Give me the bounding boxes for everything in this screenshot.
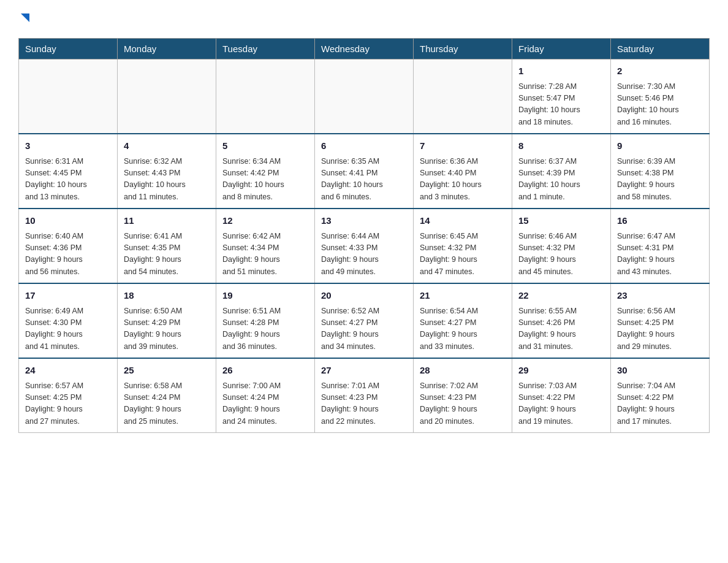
day-info: Sunrise: 6:49 AM Sunset: 4:30 PM Dayligh… [25, 305, 111, 353]
day-info: Sunrise: 6:52 AM Sunset: 4:27 PM Dayligh… [321, 305, 407, 353]
day-info: Sunrise: 6:47 AM Sunset: 4:31 PM Dayligh… [617, 231, 703, 278]
day-number: 28 [420, 364, 506, 378]
calendar-day-cell: 5Sunrise: 6:34 AM Sunset: 4:42 PM Daylig… [216, 134, 315, 209]
day-number: 9 [617, 139, 703, 153]
calendar-week-row: 17Sunrise: 6:49 AM Sunset: 4:30 PM Dayli… [19, 283, 710, 358]
calendar-header-thursday: Thursday [414, 39, 512, 59]
day-number: 22 [518, 289, 604, 303]
calendar-day-cell: 9Sunrise: 6:39 AM Sunset: 4:38 PM Daylig… [611, 134, 710, 209]
day-info: Sunrise: 6:44 AM Sunset: 4:33 PM Dayligh… [321, 231, 407, 278]
day-number: 24 [25, 364, 111, 378]
day-number: 18 [124, 289, 210, 303]
day-info: Sunrise: 6:32 AM Sunset: 4:43 PM Dayligh… [124, 156, 210, 204]
day-info: Sunrise: 6:45 AM Sunset: 4:32 PM Dayligh… [420, 231, 506, 278]
day-info: Sunrise: 6:46 AM Sunset: 4:32 PM Dayligh… [518, 231, 604, 278]
day-info: Sunrise: 6:58 AM Sunset: 4:24 PM Dayligh… [124, 380, 210, 428]
calendar-day-cell: 27Sunrise: 7:01 AM Sunset: 4:23 PM Dayli… [315, 358, 414, 433]
day-number: 1 [518, 64, 604, 79]
calendar-day-cell [414, 59, 512, 134]
calendar-day-cell [216, 59, 315, 134]
day-info: Sunrise: 6:56 AM Sunset: 4:25 PM Dayligh… [617, 305, 703, 353]
day-info: Sunrise: 6:40 AM Sunset: 4:36 PM Dayligh… [25, 231, 111, 278]
calendar-week-row: 3Sunrise: 6:31 AM Sunset: 4:45 PM Daylig… [19, 134, 710, 209]
calendar-day-cell: 7Sunrise: 6:36 AM Sunset: 4:40 PM Daylig… [414, 134, 512, 209]
day-number: 3 [25, 139, 111, 153]
calendar-day-cell: 11Sunrise: 6:41 AM Sunset: 4:35 PM Dayli… [118, 209, 216, 283]
day-info: Sunrise: 6:39 AM Sunset: 4:38 PM Dayligh… [617, 156, 703, 204]
calendar-day-cell: 4Sunrise: 6:32 AM Sunset: 4:43 PM Daylig… [118, 134, 216, 209]
calendar-day-cell: 12Sunrise: 6:42 AM Sunset: 4:34 PM Dayli… [216, 209, 315, 283]
day-info: Sunrise: 6:35 AM Sunset: 4:41 PM Dayligh… [321, 156, 407, 204]
calendar-day-cell: 10Sunrise: 6:40 AM Sunset: 4:36 PM Dayli… [19, 209, 118, 283]
calendar-day-cell: 22Sunrise: 6:55 AM Sunset: 4:26 PM Dayli… [512, 283, 611, 358]
calendar-day-cell: 8Sunrise: 6:37 AM Sunset: 4:39 PM Daylig… [512, 134, 611, 209]
day-number: 10 [25, 214, 111, 228]
logo-triangle-icon [20, 12, 31, 23]
day-info: Sunrise: 6:41 AM Sunset: 4:35 PM Dayligh… [124, 231, 210, 278]
calendar-day-cell: 16Sunrise: 6:47 AM Sunset: 4:31 PM Dayli… [611, 209, 710, 283]
calendar-day-cell: 3Sunrise: 6:31 AM Sunset: 4:45 PM Daylig… [19, 134, 118, 209]
calendar-day-cell: 28Sunrise: 7:02 AM Sunset: 4:23 PM Dayli… [414, 358, 512, 433]
day-info: Sunrise: 7:30 AM Sunset: 5:46 PM Dayligh… [617, 81, 703, 129]
calendar-day-cell [19, 59, 118, 134]
day-number: 21 [420, 289, 506, 303]
calendar-day-cell: 20Sunrise: 6:52 AM Sunset: 4:27 PM Dayli… [315, 283, 414, 358]
day-number: 23 [617, 289, 703, 303]
day-info: Sunrise: 6:37 AM Sunset: 4:39 PM Dayligh… [518, 156, 604, 204]
calendar-day-cell: 2Sunrise: 7:30 AM Sunset: 5:46 PM Daylig… [611, 59, 710, 134]
calendar-day-cell: 19Sunrise: 6:51 AM Sunset: 4:28 PM Dayli… [216, 283, 315, 358]
calendar-day-cell: 1Sunrise: 7:28 AM Sunset: 5:47 PM Daylig… [512, 59, 611, 134]
calendar-day-cell: 30Sunrise: 7:04 AM Sunset: 4:22 PM Dayli… [611, 358, 710, 433]
calendar-day-cell: 24Sunrise: 6:57 AM Sunset: 4:25 PM Dayli… [19, 358, 118, 433]
day-number: 14 [420, 214, 506, 228]
day-info: Sunrise: 6:50 AM Sunset: 4:29 PM Dayligh… [124, 305, 210, 353]
day-info: Sunrise: 7:01 AM Sunset: 4:23 PM Dayligh… [321, 380, 407, 428]
day-number: 2 [617, 64, 703, 79]
calendar-day-cell: 18Sunrise: 6:50 AM Sunset: 4:29 PM Dayli… [118, 283, 216, 358]
day-info: Sunrise: 6:55 AM Sunset: 4:26 PM Dayligh… [518, 305, 604, 353]
calendar-week-row: 10Sunrise: 6:40 AM Sunset: 4:36 PM Dayli… [19, 209, 710, 283]
day-info: Sunrise: 7:03 AM Sunset: 4:22 PM Dayligh… [518, 380, 604, 428]
day-number: 17 [25, 289, 111, 303]
day-number: 13 [321, 214, 407, 228]
calendar-week-row: 1Sunrise: 7:28 AM Sunset: 5:47 PM Daylig… [19, 59, 710, 134]
calendar-day-cell: 14Sunrise: 6:45 AM Sunset: 4:32 PM Dayli… [414, 209, 512, 283]
day-number: 30 [617, 364, 703, 378]
day-info: Sunrise: 6:34 AM Sunset: 4:42 PM Dayligh… [222, 156, 308, 204]
day-info: Sunrise: 6:54 AM Sunset: 4:27 PM Dayligh… [420, 305, 506, 353]
day-number: 29 [518, 364, 604, 378]
day-number: 15 [518, 214, 604, 228]
day-info: Sunrise: 7:02 AM Sunset: 4:23 PM Dayligh… [420, 380, 506, 428]
logo [18, 12, 31, 26]
day-info: Sunrise: 6:57 AM Sunset: 4:25 PM Dayligh… [25, 380, 111, 428]
day-number: 8 [518, 139, 604, 153]
calendar-day-cell: 15Sunrise: 6:46 AM Sunset: 4:32 PM Dayli… [512, 209, 611, 283]
calendar-week-row: 24Sunrise: 6:57 AM Sunset: 4:25 PM Dayli… [19, 358, 710, 433]
calendar-header-sunday: Sunday [19, 39, 118, 59]
calendar-day-cell: 21Sunrise: 6:54 AM Sunset: 4:27 PM Dayli… [414, 283, 512, 358]
day-number: 4 [124, 139, 210, 153]
calendar-table: SundayMondayTuesdayWednesdayThursdayFrid… [18, 38, 710, 433]
day-number: 16 [617, 214, 703, 228]
day-info: Sunrise: 6:31 AM Sunset: 4:45 PM Dayligh… [25, 156, 111, 204]
day-info: Sunrise: 7:28 AM Sunset: 5:47 PM Dayligh… [518, 81, 604, 129]
day-number: 11 [124, 214, 210, 228]
calendar-day-cell: 6Sunrise: 6:35 AM Sunset: 4:41 PM Daylig… [315, 134, 414, 209]
calendar-day-cell [315, 59, 414, 134]
day-number: 6 [321, 139, 407, 153]
calendar-day-cell [118, 59, 216, 134]
calendar-header-monday: Monday [118, 39, 216, 59]
page-header [18, 12, 710, 26]
day-info: Sunrise: 6:36 AM Sunset: 4:40 PM Dayligh… [420, 156, 506, 204]
calendar-day-cell: 29Sunrise: 7:03 AM Sunset: 4:22 PM Dayli… [512, 358, 611, 433]
calendar-header-row: SundayMondayTuesdayWednesdayThursdayFrid… [19, 39, 710, 59]
svg-marker-0 [21, 13, 29, 22]
calendar-header-wednesday: Wednesday [315, 39, 414, 59]
day-number: 27 [321, 364, 407, 378]
calendar-header-saturday: Saturday [611, 39, 710, 59]
calendar-header-friday: Friday [512, 39, 611, 59]
day-number: 26 [222, 364, 308, 378]
calendar-day-cell: 17Sunrise: 6:49 AM Sunset: 4:30 PM Dayli… [19, 283, 118, 358]
day-number: 19 [222, 289, 308, 303]
calendar-day-cell: 26Sunrise: 7:00 AM Sunset: 4:24 PM Dayli… [216, 358, 315, 433]
